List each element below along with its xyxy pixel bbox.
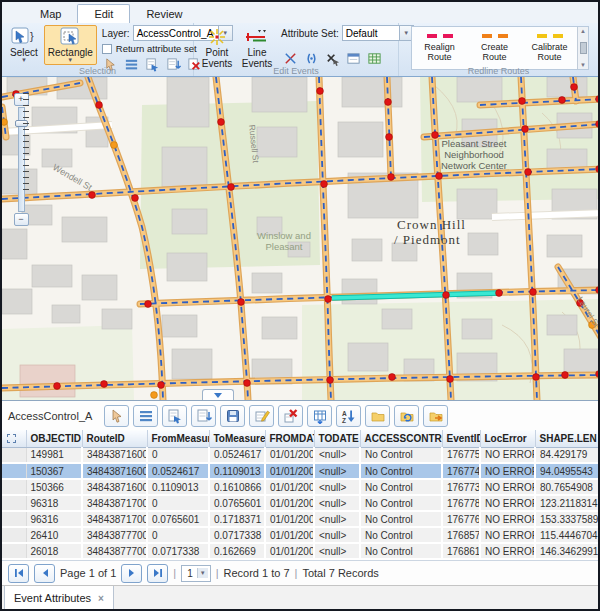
tab-map[interactable]: Map: [24, 5, 77, 23]
table-cell: 94.0495543: [535, 463, 600, 479]
table-cell: 01/01/2004: [265, 447, 314, 463]
pagination-bar: Page 1 of 1 | 1 ▼ | Record 1 to 7 | Tota…: [2, 560, 598, 585]
prev-page-button[interactable]: [34, 564, 55, 583]
row-selector-cell[interactable]: [2, 495, 26, 511]
delete-rows-icon: [283, 408, 299, 424]
column-header[interactable]: SHAPE.LEN: [535, 430, 600, 447]
table-cell: 84.429179: [535, 447, 600, 463]
show-table-button[interactable]: [307, 405, 332, 427]
column-header[interactable]: FROMDATE: [265, 430, 314, 447]
realign-route-button[interactable]: RealignRoute: [412, 27, 467, 69]
table-cell: <null>: [314, 527, 360, 543]
panel-collapse-tab[interactable]: [202, 389, 234, 400]
select-button[interactable]: } Select ▼: [6, 25, 42, 65]
table-row[interactable]: 963183484387170000.076560101/01/2004<nul…: [2, 495, 600, 511]
column-header[interactable]: ACCESSCONTROL: [360, 430, 442, 447]
row-selector-cell[interactable]: [2, 463, 26, 479]
table-cell: 0: [147, 527, 209, 543]
row-selector-cell[interactable]: [2, 527, 26, 543]
pointer-button[interactable]: [104, 405, 129, 427]
table-cell: 34843871700: [82, 495, 147, 511]
merge-events-button[interactable]: [302, 50, 320, 67]
zoom-to-selection-icon: [167, 408, 183, 424]
column-header[interactable]: OBJECTID: [26, 430, 82, 447]
table-cell: 149981: [26, 447, 82, 463]
tab-review[interactable]: Review: [130, 5, 198, 23]
edit-events-group: Point Events Line Events Attribute Set: …: [194, 23, 399, 76]
table-cell: 176778: [442, 495, 480, 511]
table-row[interactable]: 96316348438717000.07656010.171837101/01/…: [2, 511, 600, 527]
table-cell: 34843871600: [82, 447, 147, 463]
row-selector-cell[interactable]: [2, 479, 26, 495]
rectangle-select-button[interactable]: Rectangle ▼: [44, 25, 97, 65]
point-events-icon: [205, 27, 229, 47]
table-cell: <null>: [314, 543, 360, 559]
table-cell: No Control: [360, 543, 442, 559]
next-page-button[interactable]: [121, 564, 142, 583]
table-cell: 176774: [442, 463, 480, 479]
column-header[interactable]: LocError: [480, 430, 535, 447]
export-button[interactable]: [423, 405, 448, 427]
line-events-button[interactable]: Line Events: [238, 25, 276, 71]
table-row[interactable]: 1499813484387160000.052461701/01/2004<nu…: [2, 447, 600, 463]
save-button[interactable]: [220, 405, 245, 427]
merge-events-icon: [304, 51, 319, 66]
row-selector-header[interactable]: [2, 430, 26, 447]
attribute-window-button[interactable]: [344, 50, 362, 67]
first-page-button[interactable]: [8, 564, 29, 583]
zoom-out-button[interactable]: −: [14, 213, 29, 226]
edit-attributes-button[interactable]: [249, 405, 274, 427]
column-header[interactable]: TODATE: [314, 430, 360, 447]
last-page-button[interactable]: [147, 564, 168, 583]
table-cell: No Control: [360, 463, 442, 479]
column-header[interactable]: RouteID: [82, 430, 147, 447]
sort-button[interactable]: AZ: [336, 405, 361, 427]
tab-event-attributes[interactable]: Event Attributes ×: [4, 586, 114, 611]
split-event-button[interactable]: [281, 50, 299, 67]
row-selector-cell[interactable]: [2, 447, 26, 463]
tab-edit[interactable]: Edit: [77, 4, 130, 23]
attribute-grid-button[interactable]: [365, 50, 383, 67]
page-number-select[interactable]: 1 ▼: [181, 565, 211, 582]
delete-event-button[interactable]: [323, 50, 341, 67]
table-row[interactable]: 150366348438716000.11090130.161086601/01…: [2, 479, 600, 495]
redline-group-scrollbar[interactable]: ▲▼: [577, 27, 588, 69]
svg-text:Z: Z: [342, 417, 346, 424]
table-row[interactable]: 26018348438777000.07173380.16266901/01/2…: [2, 543, 600, 559]
scroll-up-icon[interactable]: ▲: [580, 28, 586, 34]
selection-group: } Select ▼ Rectangle ▼ Layer: AccessCont…: [2, 23, 194, 76]
split-event-icon: [283, 51, 298, 66]
delete-rows-button[interactable]: [278, 405, 303, 427]
table-row[interactable]: 264103484387770000.071733801/01/2004<nul…: [2, 527, 600, 543]
calibrate-route-button[interactable]: CalibrateRoute: [522, 27, 577, 69]
layer-label: Layer:: [102, 28, 130, 39]
scroll-thumb[interactable]: [580, 42, 587, 54]
ribbon: } Select ▼ Rectangle ▼ Layer: AccessCont…: [2, 23, 598, 77]
table-cell: 01/01/2004: [265, 527, 314, 543]
column-header[interactable]: EventID: [442, 430, 480, 447]
map-view[interactable]: Pleasant StreetNeighborhoodNetwork Cente…: [2, 77, 598, 400]
return-attribute-set-checkbox[interactable]: [102, 44, 112, 54]
table-cell: <null>: [314, 495, 360, 511]
column-header[interactable]: FromMeasure: [147, 430, 209, 447]
table-cell: 80.7654908: [535, 479, 600, 495]
open-folder-button[interactable]: [365, 405, 390, 427]
table-cell: 0.1109013: [147, 479, 209, 495]
close-icon[interactable]: ×: [98, 593, 104, 604]
create-route-button[interactable]: CreateRoute: [467, 27, 522, 69]
table-cell: 34843871700: [82, 511, 147, 527]
attribute-grid-icon: [367, 51, 382, 66]
zoom-to-selection-button[interactable]: [162, 405, 187, 427]
show-table-icon: [312, 408, 328, 424]
table-cell: 150367: [26, 463, 82, 479]
row-selector-cell[interactable]: [2, 543, 26, 559]
list-button[interactable]: [133, 405, 158, 427]
table-cell: NO ERROR: [480, 463, 535, 479]
pan-to-selection-button[interactable]: [191, 405, 216, 427]
column-header[interactable]: ToMeasure: [209, 430, 265, 447]
table-row[interactable]: 150367348438716000.05246170.110901301/01…: [2, 463, 600, 479]
point-events-button[interactable]: Point Events: [198, 25, 236, 71]
record-range-text: Record 1 to 7: [224, 567, 290, 579]
row-selector-cell[interactable]: [2, 511, 26, 527]
reload-button[interactable]: [394, 405, 419, 427]
